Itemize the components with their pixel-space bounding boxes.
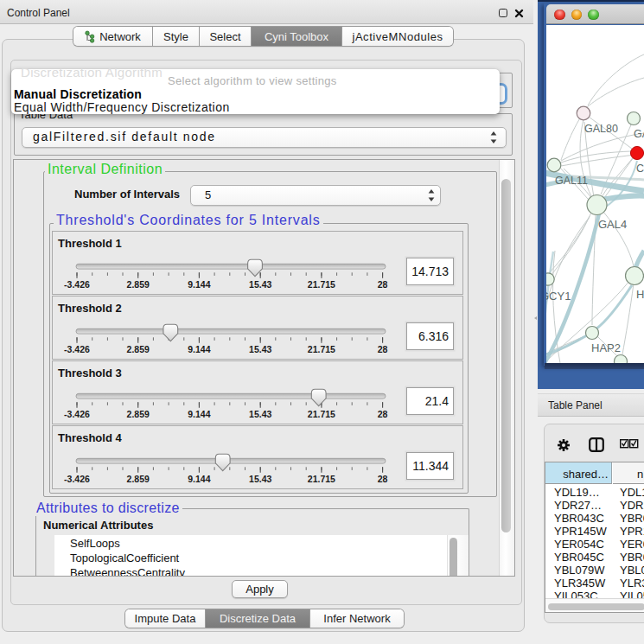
svg-text:2.859: 2.859 [127, 344, 150, 354]
svg-text:-3.426: -3.426 [64, 279, 90, 290]
svg-text:GAL80: GAL80 [584, 123, 618, 135]
svg-text:CD: CD [636, 163, 644, 175]
svg-text:HAP2: HAP2 [591, 341, 621, 354]
svg-text:9.144: 9.144 [188, 474, 210, 484]
svg-text:21.715: 21.715 [308, 474, 335, 484]
svg-text:9.144: 9.144 [188, 279, 210, 290]
svg-text:28: 28 [378, 344, 388, 354]
svg-text:15.43: 15.43 [249, 344, 271, 354]
svg-text:GAL4: GAL4 [598, 218, 627, 231]
svg-text:-3.426: -3.426 [64, 474, 90, 484]
svg-text:9.144: 9.144 [188, 409, 210, 419]
svg-text:-3.426: -3.426 [64, 344, 90, 354]
svg-text:28: 28 [378, 279, 388, 290]
svg-text:H: H [636, 288, 644, 301]
svg-text:21.715: 21.715 [308, 279, 335, 290]
svg-text:21.715: 21.715 [308, 344, 335, 354]
svg-text:GAL8: GAL8 [634, 128, 644, 140]
svg-text:15.43: 15.43 [249, 409, 271, 419]
svg-text:GAL11: GAL11 [555, 175, 588, 187]
svg-text:21.715: 21.715 [308, 409, 335, 419]
svg-text:15.43: 15.43 [249, 474, 271, 484]
svg-text:2.859: 2.859 [127, 409, 150, 419]
svg-text:15.43: 15.43 [249, 279, 271, 290]
svg-text:2.859: 2.859 [127, 279, 150, 290]
svg-text:28: 28 [378, 409, 388, 419]
svg-text:2.859: 2.859 [127, 474, 150, 484]
svg-text:GCY1: GCY1 [546, 290, 571, 303]
svg-text:-3.426: -3.426 [64, 409, 90, 419]
svg-text:9.144: 9.144 [188, 344, 210, 354]
svg-text:28: 28 [378, 474, 388, 484]
